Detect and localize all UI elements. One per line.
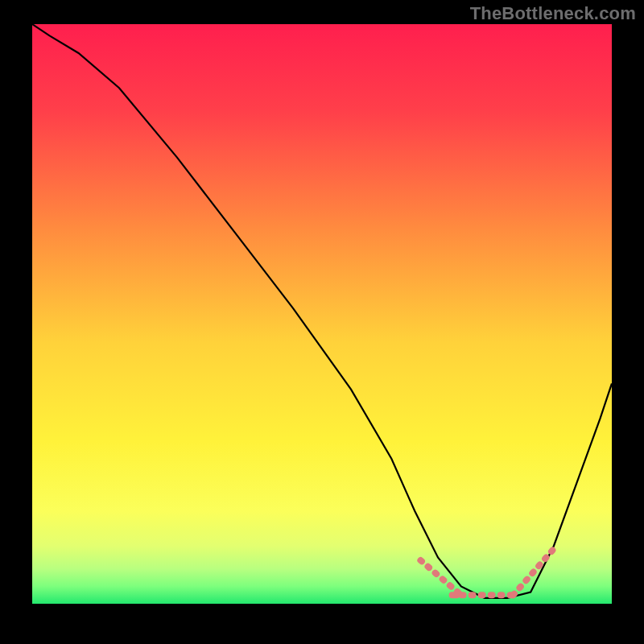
- watermark-text: TheBottleneck.com: [470, 3, 636, 24]
- chart-plot-area: [32, 24, 612, 604]
- gradient-rect: [32, 24, 612, 604]
- chart-background: [32, 24, 612, 604]
